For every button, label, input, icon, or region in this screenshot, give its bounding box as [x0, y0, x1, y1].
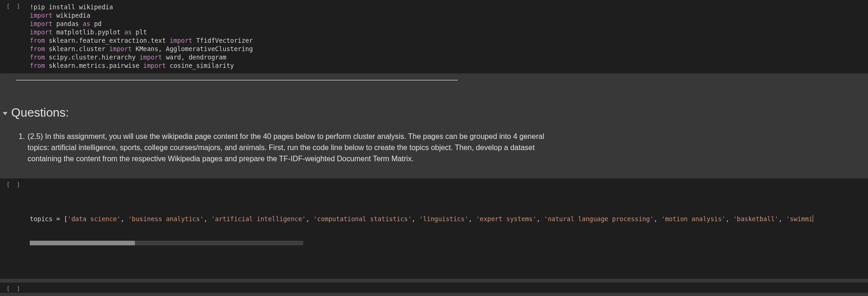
code-editor[interactable]: topics = ['data science', 'business anal… [28, 178, 868, 279]
code-cell-imports[interactable]: [ ] !pip install wikipedia import wikipe… [0, 0, 868, 73]
code-editor[interactable] [28, 283, 868, 293]
cell-run-button[interactable]: [ ] [0, 0, 28, 10]
code-editor[interactable]: !pip install wikipedia import wikipedia … [28, 0, 868, 73]
scrollbar-thumb[interactable] [30, 241, 135, 245]
chevron-down-icon[interactable] [3, 112, 7, 115]
execution-count: [ ] [7, 3, 21, 10]
cell-run-button[interactable]: [ ] [0, 283, 28, 292]
execution-count: [ ] [7, 285, 21, 292]
code-cell-topics[interactable]: [ ] topics = ['data science', 'business … [0, 178, 868, 279]
markdown-cell-questions: Questions: 1. (2.5) In this assignment, … [0, 87, 868, 174]
cell-run-button[interactable]: [ ] [0, 178, 28, 188]
question-list: 1. (2.5) In this assignment, you will us… [0, 128, 549, 174]
notebook: [ ] !pip install wikipedia import wikipe… [0, 0, 868, 296]
code-line[interactable]: topics = ['data science', 'business anal… [30, 215, 863, 223]
execution-count: [ ] [7, 181, 21, 188]
code-cell-empty[interactable]: [ ] [0, 283, 868, 293]
horizontal-scrollbar[interactable] [30, 241, 303, 245]
section-header[interactable]: Questions: [0, 105, 868, 128]
section-title: Questions: [11, 105, 69, 120]
list-item: 1. (2.5) In this assignment, you will us… [19, 131, 549, 164]
question-text: (2.5) In this assignment, you will use t… [27, 131, 549, 164]
cell-divider [16, 80, 458, 80]
list-number: 1. [19, 131, 25, 164]
